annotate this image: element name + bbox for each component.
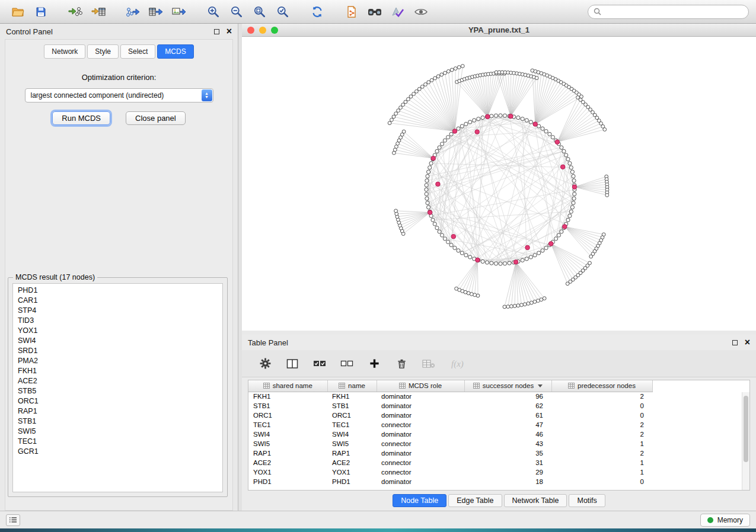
- table-row[interactable]: FKH1FKH1dominator962: [248, 392, 652, 401]
- cell-name[interactable]: ACE2: [327, 458, 377, 467]
- mcds-result-item[interactable]: SWI4: [13, 336, 222, 346]
- table-row[interactable]: PHD1PHD1dominator180: [248, 477, 652, 486]
- tab-mcds[interactable]: MCDS: [157, 44, 193, 59]
- cell-predecessor-nodes[interactable]: 1: [551, 439, 652, 448]
- zoom-fit-button[interactable]: [249, 3, 270, 21]
- cell-shared-name[interactable]: SWI5: [248, 439, 327, 448]
- cell-successor-nodes[interactable]: 62: [464, 401, 551, 411]
- export-network-button[interactable]: [122, 3, 143, 21]
- export-image-button[interactable]: [168, 3, 190, 21]
- mcds-result-item[interactable]: SRD1: [13, 346, 222, 356]
- table-scrollbar-thumb[interactable]: [744, 396, 748, 462]
- cell-name[interactable]: SWI5: [327, 439, 377, 448]
- mcds-result-item[interactable]: STB1: [13, 416, 222, 427]
- cell-successor-nodes[interactable]: 35: [464, 448, 551, 458]
- cell-successor-nodes[interactable]: 61: [464, 411, 551, 420]
- table-row[interactable]: RAP1RAP1dominator352: [248, 448, 652, 458]
- select-all-columns-button[interactable]: [312, 356, 327, 371]
- cell-shared-name[interactable]: RAP1: [248, 448, 327, 458]
- cell-MCDS-role[interactable]: connector: [377, 467, 464, 477]
- mcds-result-item[interactable]: GCR1: [13, 447, 222, 457]
- optimization-criterion-select[interactable]: largest connected component (undirected)…: [25, 88, 213, 102]
- show-hide-button[interactable]: [410, 3, 432, 21]
- window-minimize-icon[interactable]: [259, 27, 266, 34]
- mcds-result-item[interactable]: YOX1: [13, 326, 222, 336]
- mcds-result-item[interactable]: TEC1: [13, 437, 222, 447]
- cell-name[interactable]: TEC1: [327, 420, 377, 430]
- cell-name[interactable]: SWI4: [327, 430, 377, 439]
- function-builder-button[interactable]: f(x): [448, 356, 472, 371]
- unselect-all-columns-button[interactable]: [339, 356, 355, 371]
- mcds-result-item[interactable]: STB5: [13, 386, 222, 396]
- table-row[interactable]: SWI4SWI4dominator462: [248, 430, 652, 439]
- search-input[interactable]: [605, 8, 743, 16]
- mcds-result-item[interactable]: RAP1: [13, 406, 222, 416]
- tab-network[interactable]: Network: [44, 44, 85, 59]
- zoom-selected-button[interactable]: [272, 3, 294, 21]
- cell-successor-nodes[interactable]: 46: [464, 430, 551, 439]
- cell-predecessor-nodes[interactable]: 0: [551, 411, 652, 420]
- mcds-result-item[interactable]: PHD1: [13, 286, 222, 296]
- cell-MCDS-role[interactable]: dominator: [377, 401, 464, 411]
- mcds-result-item[interactable]: STP4: [13, 306, 222, 316]
- table-row[interactable]: ACE2ACE2connector311: [248, 458, 652, 467]
- cell-successor-nodes[interactable]: 47: [464, 420, 551, 430]
- cell-successor-nodes[interactable]: 29: [464, 467, 551, 477]
- zoom-out-button[interactable]: [226, 3, 247, 21]
- mcds-result-item[interactable]: FKH1: [13, 366, 222, 376]
- share-document-button[interactable]: [341, 3, 362, 21]
- apply-style-button[interactable]: [387, 3, 409, 21]
- tab-motifs[interactable]: Motifs: [569, 494, 605, 507]
- tab-style[interactable]: Style: [87, 44, 119, 59]
- cell-MCDS-role[interactable]: dominator: [377, 448, 464, 458]
- cell-predecessor-nodes[interactable]: 0: [551, 477, 652, 486]
- clear-table-button[interactable]: [421, 356, 436, 371]
- add-row-button[interactable]: [366, 356, 382, 371]
- window-close-icon[interactable]: [247, 27, 254, 34]
- cell-successor-nodes[interactable]: 96: [464, 392, 551, 401]
- table-row[interactable]: TEC1TEC1connector472: [248, 420, 652, 430]
- cell-name[interactable]: STB1: [327, 401, 377, 411]
- cell-shared-name[interactable]: ACE2: [248, 458, 327, 467]
- cell-MCDS-role[interactable]: connector: [377, 458, 464, 467]
- cell-shared-name[interactable]: ORC1: [248, 411, 327, 420]
- import-table-button[interactable]: [88, 3, 109, 21]
- mcds-result-item[interactable]: PMA2: [13, 356, 222, 366]
- table-settings-button[interactable]: [257, 356, 273, 371]
- mcds-result-item[interactable]: ACE2: [13, 376, 222, 386]
- run-mcds-button[interactable]: Run MCDS: [52, 111, 110, 125]
- search-network-button[interactable]: [364, 3, 385, 21]
- cell-shared-name[interactable]: STB1: [248, 401, 327, 411]
- table-row[interactable]: STB1STB1dominator620: [248, 401, 652, 411]
- close-panel-button[interactable]: Close panel: [126, 111, 186, 125]
- network-canvas[interactable]: [242, 37, 756, 331]
- cell-MCDS-role[interactable]: dominator: [377, 411, 464, 420]
- cell-shared-name[interactable]: YOX1: [248, 467, 327, 477]
- cell-shared-name[interactable]: FKH1: [248, 392, 327, 401]
- cell-MCDS-role[interactable]: connector: [377, 420, 464, 430]
- cell-name[interactable]: ORC1: [327, 411, 377, 420]
- cell-MCDS-role[interactable]: dominator: [377, 430, 464, 439]
- cell-shared-name[interactable]: PHD1: [248, 477, 327, 486]
- zoom-in-button[interactable]: [203, 3, 224, 21]
- cell-name[interactable]: RAP1: [327, 448, 377, 458]
- float-panel-icon[interactable]: [214, 29, 219, 34]
- table-row[interactable]: ORC1ORC1dominator610: [248, 411, 652, 420]
- refresh-view-button[interactable]: [307, 3, 328, 21]
- cell-name[interactable]: YOX1: [327, 467, 377, 477]
- cell-predecessor-nodes[interactable]: 2: [551, 420, 652, 430]
- global-search[interactable]: [588, 5, 749, 19]
- table-row[interactable]: YOX1YOX1connector291: [248, 467, 652, 477]
- cell-predecessor-nodes[interactable]: 1: [551, 458, 652, 467]
- cell-predecessor-nodes[interactable]: 0: [551, 401, 652, 411]
- mcds-result-item[interactable]: SWI5: [13, 427, 222, 437]
- cell-successor-nodes[interactable]: 31: [464, 458, 551, 467]
- column-header-predecessor-nodes[interactable]: predecessor nodes: [551, 380, 652, 392]
- cell-successor-nodes[interactable]: 43: [464, 439, 551, 448]
- mcds-result-item[interactable]: TID3: [13, 316, 222, 326]
- import-network-button[interactable]: [65, 3, 86, 21]
- cell-name[interactable]: FKH1: [327, 392, 377, 401]
- cell-predecessor-nodes[interactable]: 2: [551, 430, 652, 439]
- cell-MCDS-role[interactable]: dominator: [377, 392, 464, 401]
- cell-name[interactable]: PHD1: [327, 477, 377, 486]
